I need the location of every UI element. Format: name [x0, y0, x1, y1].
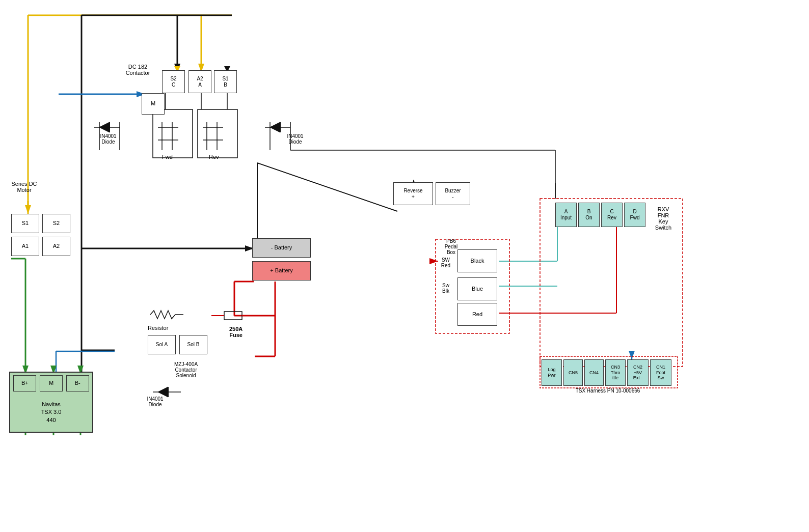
mzj-label: MZJ-400AContactorSolenoid — [174, 361, 198, 378]
navitas-controller: B+ M B- NavitasTSX 3.0440 — [9, 372, 93, 433]
blue-box: Blue — [457, 277, 497, 300]
s2c-box: S2C — [162, 70, 185, 93]
sw-blk-label: SwBlk — [436, 283, 456, 294]
rxv-fnr-label: RXVFNRKeySwitch — [648, 206, 679, 231]
buzzer-box: Buzzer- — [436, 182, 470, 205]
rxv-c-box: CRev — [601, 203, 623, 227]
sol-a-box: Sol A — [148, 335, 176, 354]
a1-box: A1 — [11, 237, 39, 256]
a2a-box: A2A — [188, 70, 211, 93]
reverse-box: Reverse+ — [393, 182, 433, 205]
rxv-a-box: AInput — [555, 203, 577, 227]
s1-box: S1 — [11, 214, 39, 233]
cn1-box: CN1FootSw — [650, 359, 671, 386]
svg-marker-52 — [270, 122, 280, 132]
svg-marker-58 — [158, 387, 168, 397]
svg-rect-65 — [153, 109, 193, 158]
cn2-box: CN2+5VExt - — [627, 359, 649, 386]
svg-marker-46 — [99, 122, 110, 132]
series-dc-motor-label: Series DC Motor — [8, 181, 41, 193]
svg-rect-70 — [198, 109, 237, 158]
sw-red-label: SWRed — [436, 257, 456, 268]
m-contactor-box: M — [142, 93, 165, 115]
svg-marker-21 — [629, 351, 635, 359]
svg-rect-62 — [224, 312, 242, 320]
black-box: Black — [457, 249, 497, 272]
m-nav-box: M — [40, 375, 63, 391]
sol-b-box: Sol B — [179, 335, 207, 354]
rev-label: Rev — [209, 154, 219, 160]
in4001-diode-tr-label: IN4001Diode — [281, 133, 309, 145]
cn4-box: CN4 — [584, 359, 604, 386]
cn3-box: CN3Throttle — [605, 359, 626, 386]
bminus-box: B- — [66, 375, 89, 391]
pos-battery-box: + Battery — [252, 261, 311, 281]
svg-marker-6 — [25, 205, 31, 214]
cn5-box: CN5 — [563, 359, 583, 386]
dc182-label: DC 182Contactor — [116, 64, 159, 76]
svg-line-14 — [257, 163, 397, 211]
s1b-box: S1B — [214, 70, 237, 93]
bplus-box: B+ — [13, 375, 36, 391]
log-pwr-box: LogPwr — [542, 359, 562, 386]
fwd-label: Fwd — [162, 154, 173, 160]
neg-battery-box: - Battery — [252, 238, 311, 258]
a2-box: A2 — [42, 237, 70, 256]
resistor-label: Resistor — [148, 325, 168, 331]
rxv-b-box: BOn — [578, 203, 600, 227]
fuse-250a-label: 250AFuse — [229, 326, 242, 338]
navitas-label: NavitasTSX 3.0440 — [10, 401, 92, 424]
s2-box: S2 — [42, 214, 70, 233]
red-box: Red — [457, 303, 497, 326]
in4001-diode-tl-label: IN4001Diode — [94, 133, 122, 145]
in4001-diode-b-label: IN4001Diode — [139, 396, 172, 407]
tsx-harness-label: TSX Harness PN 10-000666 — [542, 388, 674, 394]
rxv-d-box: DFwd — [624, 203, 645, 227]
